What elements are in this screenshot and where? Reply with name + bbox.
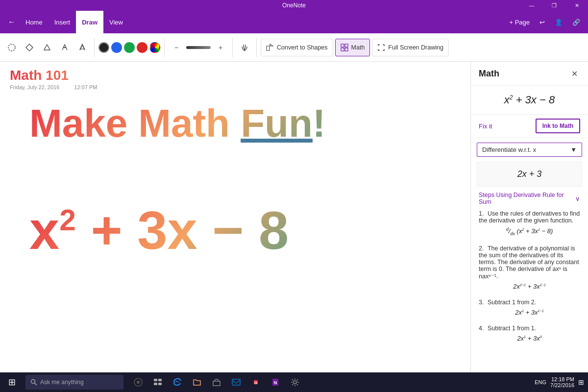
taskbar-notification[interactable]: ⊞ <box>578 378 584 386</box>
svg-text:N: N <box>274 380 277 385</box>
math-formula-box: x2 + 3x − 8 <box>471 86 588 115</box>
svg-point-24 <box>294 381 296 384</box>
add-pen-button[interactable]: + <box>213 40 228 55</box>
taskbar-edge[interactable] <box>169 373 186 391</box>
separator-1 <box>94 38 95 57</box>
menu-home[interactable]: Home <box>20 11 49 33</box>
taskbar-apps: O N <box>129 373 304 391</box>
steps-link[interactable]: Steps Using Derivative Rule for Sum ∨ <box>471 187 588 210</box>
taskbar-search[interactable]: Ask me anything <box>25 375 123 390</box>
math-panel-header: Math ✕ <box>471 62 588 86</box>
restore-button[interactable]: ❐ <box>543 0 565 11</box>
taskbar-cortana[interactable] <box>129 373 147 391</box>
menu-draw[interactable]: Draw <box>76 11 103 33</box>
share-button[interactable]: 🔗 <box>568 17 584 28</box>
separator-3 <box>232 38 233 57</box>
color-red[interactable] <box>137 42 147 53</box>
diamond-icon <box>25 43 34 52</box>
step-2-number: 2. The derivative of a polynomial is the… <box>479 245 580 280</box>
step-3-math: 2x1 + 3x1−1 <box>479 309 580 316</box>
math-close-button[interactable]: ✕ <box>568 68 580 79</box>
steps-list: 1. Use the rules of derivatives to find … <box>471 210 588 372</box>
minimize-button[interactable]: — <box>520 0 543 11</box>
taskbar-date-text: 7/22/2016 <box>550 382 574 388</box>
undo-button[interactable]: ↩ <box>536 17 549 28</box>
note-canvas[interactable]: Math 101 Friday, July 22, 2016 12:07 PM … <box>0 62 470 372</box>
taskbar-office[interactable]: O <box>247 373 265 391</box>
fix-it-link[interactable]: Fix it <box>479 122 492 130</box>
start-button[interactable]: ⊞ <box>0 372 24 392</box>
step-1-math: d/dx (x2 + 3x1 − 8) <box>479 227 580 236</box>
touch-button[interactable] <box>237 40 252 55</box>
menu-bar: ← Home Insert Draw View + Page ↩ 👤 🔗 <box>0 11 588 33</box>
user-button[interactable]: 👤 <box>551 17 566 28</box>
back-button[interactable]: ← <box>4 14 20 30</box>
menu-view[interactable]: View <box>103 11 129 33</box>
steps-link-icon: ∨ <box>575 195 580 202</box>
triangle-icon <box>43 43 51 52</box>
step-4-number: 4. Subtract 1 from 1. <box>479 325 580 332</box>
pen-icon-2 <box>77 43 87 52</box>
lasso-icon <box>7 43 17 52</box>
taskbar: ⊞ Ask me anything <box>0 372 588 392</box>
step-3: 3. Subtract 1 from 2. 2x1 + 3x1−1 <box>479 299 580 316</box>
taskbar-right: ENG 12:18 PM 7/22/2016 ⊞ <box>535 376 588 388</box>
add-page-button[interactable]: + Page <box>505 17 534 28</box>
color-green[interactable] <box>124 42 135 53</box>
eraser-triangle[interactable] <box>39 40 55 55</box>
ink-to-math-button[interactable]: Ink to Math <box>536 119 580 133</box>
full-screen-button[interactable]: Full Screen Drawing <box>372 39 449 56</box>
taskbar-language: ENG <box>535 379 546 385</box>
svg-point-13 <box>137 381 140 384</box>
math-panel-title: Math <box>479 69 499 79</box>
separator-2 <box>164 38 165 57</box>
color-blue[interactable] <box>111 42 122 53</box>
step-1: 1. Use the rules of derivatives to find … <box>479 210 580 236</box>
convert-to-shapes-label: Convert to Shapes <box>277 44 328 51</box>
color-black[interactable] <box>98 42 109 53</box>
office-icon: O <box>251 377 261 387</box>
svg-rect-17 <box>158 383 162 385</box>
menu-insert[interactable]: Insert <box>49 11 76 33</box>
edge-icon <box>172 377 183 388</box>
svg-rect-19 <box>232 379 240 385</box>
taskbar-settings[interactable] <box>286 373 304 391</box>
lasso-tool[interactable] <box>4 40 20 55</box>
math-result-box: 2x + 3 <box>477 162 582 187</box>
search-icon <box>30 379 37 386</box>
math-panel: Math ✕ x2 + 3x − 8 Fix it Ink to Math Di… <box>470 62 588 372</box>
close-button[interactable]: ✕ <box>565 0 588 11</box>
main-area: Math 101 Friday, July 22, 2016 12:07 PM … <box>0 62 588 372</box>
math-button[interactable]: Math <box>335 39 370 56</box>
step-4: 4. Subtract 1 from 1. 2x1 + 3x0 <box>479 325 580 342</box>
taskbar-task-view[interactable] <box>149 373 167 391</box>
taskbar-files[interactable] <box>188 373 206 391</box>
svg-text:O: O <box>254 381 257 385</box>
taskbar-time-text: 12:18 PM <box>551 376 574 382</box>
dropdown-icon: ▼ <box>570 146 577 153</box>
steps-link-text: Steps Using Derivative Rule for Sum <box>479 192 574 205</box>
svg-rect-15 <box>158 379 162 381</box>
svg-marker-1 <box>26 44 33 51</box>
operation-dropdown[interactable]: Differentiate w.r.t. x ▼ <box>477 143 582 157</box>
pen-tool-1[interactable] <box>57 40 73 55</box>
taskbar-search-text: Ask me anything <box>40 379 84 386</box>
pen-stroke[interactable] <box>186 46 211 49</box>
eraser-diamond[interactable] <box>22 40 37 55</box>
note-date: Friday, July 22, 2016 12:07 PM <box>10 84 461 90</box>
taskbar-outlook[interactable] <box>227 373 245 391</box>
math-actions: Fix it Ink to Math <box>471 115 588 138</box>
color-rainbow[interactable] <box>149 42 160 53</box>
pen-tool-2[interactable] <box>74 40 90 55</box>
eraser-minus[interactable]: − <box>169 40 184 55</box>
taskbar-store[interactable] <box>208 373 225 391</box>
title-bar-controls: — ❐ ✕ <box>520 0 588 11</box>
shapes-icon <box>266 44 274 51</box>
cortana-icon <box>133 377 143 387</box>
fullscreen-icon <box>377 44 385 51</box>
taskbar-onenote[interactable]: N <box>267 373 284 391</box>
note-time-text: 12:07 PM <box>74 84 97 90</box>
convert-to-shapes-button[interactable]: Convert to Shapes <box>261 39 333 56</box>
handwritten-text: Make Math Fun! <box>29 101 325 146</box>
svg-line-11 <box>35 383 37 386</box>
